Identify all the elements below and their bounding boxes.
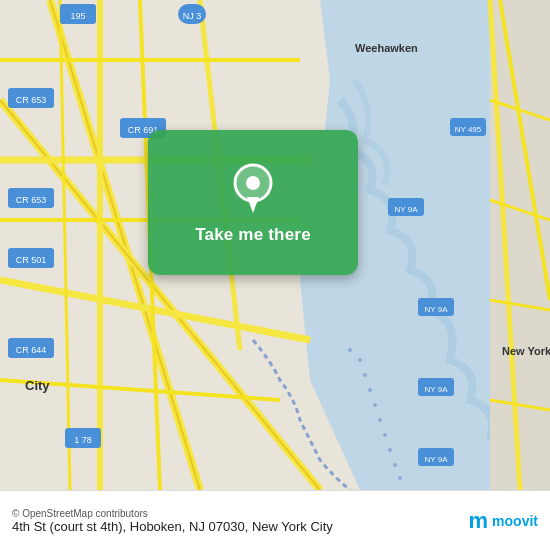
svg-text:NY 9A: NY 9A xyxy=(425,385,449,394)
svg-point-60 xyxy=(398,476,402,480)
svg-point-58 xyxy=(388,448,392,452)
svg-point-51 xyxy=(348,348,352,352)
svg-text:Weehawken: Weehawken xyxy=(355,42,418,54)
svg-point-59 xyxy=(393,463,397,467)
svg-point-53 xyxy=(363,373,367,377)
info-left: © OpenStreetMap contributors 4th St (cou… xyxy=(12,508,469,534)
cta-label: Take me there xyxy=(195,225,311,245)
svg-text:CR 653: CR 653 xyxy=(16,95,47,105)
svg-point-56 xyxy=(378,418,382,422)
svg-point-62 xyxy=(246,176,260,190)
svg-text:NJ 3: NJ 3 xyxy=(183,11,202,21)
moovit-icon: m xyxy=(469,508,489,534)
take-me-there-button[interactable]: Take me there xyxy=(148,130,358,275)
svg-text:CR 644: CR 644 xyxy=(16,345,47,355)
info-bar: © OpenStreetMap contributors 4th St (cou… xyxy=(0,490,550,550)
svg-marker-63 xyxy=(247,197,259,213)
moovit-logo: m moovit xyxy=(469,508,538,534)
svg-text:NY 9A: NY 9A xyxy=(425,305,449,314)
svg-text:NY 9A: NY 9A xyxy=(425,455,449,464)
osm-credit: © OpenStreetMap contributors xyxy=(12,508,469,519)
svg-text:195: 195 xyxy=(70,11,85,21)
svg-point-55 xyxy=(373,403,377,407)
svg-text:1 78: 1 78 xyxy=(74,435,92,445)
address-text: 4th St (court st 4th), Hoboken, NJ 07030… xyxy=(12,519,469,534)
svg-text:CR 653: CR 653 xyxy=(16,195,47,205)
svg-text:CR 501: CR 501 xyxy=(16,255,47,265)
svg-text:City: City xyxy=(25,378,50,393)
svg-text:NY 9A: NY 9A xyxy=(395,205,419,214)
svg-point-54 xyxy=(368,388,372,392)
svg-point-52 xyxy=(358,358,362,362)
svg-text:NY 495: NY 495 xyxy=(455,125,482,134)
svg-text:New York: New York xyxy=(502,345,550,357)
moovit-label: moovit xyxy=(492,513,538,529)
svg-point-57 xyxy=(383,433,387,437)
map-view: CR 653 CR 653 CR 691 CR 501 CR 644 NJ 3 … xyxy=(0,0,550,490)
location-pin-icon xyxy=(229,161,277,215)
